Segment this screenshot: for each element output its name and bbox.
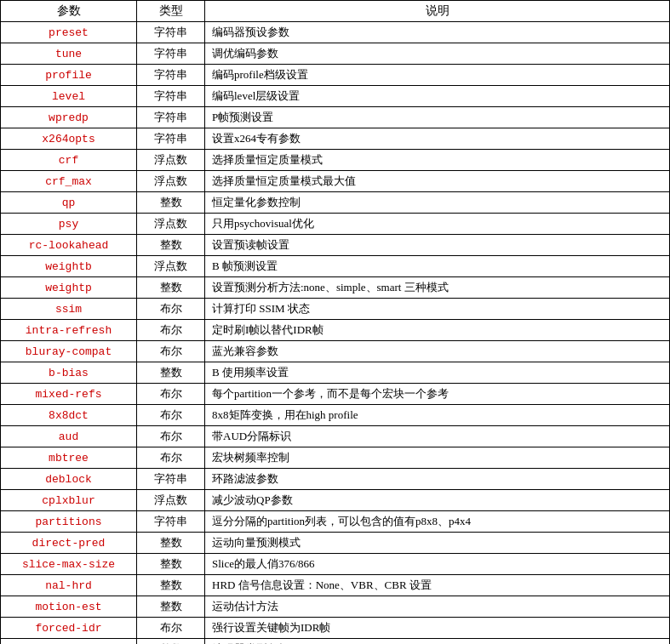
cell-type: 字符串 bbox=[137, 128, 205, 150]
table-row: motion-est整数运动估计方法 bbox=[1, 596, 670, 618]
cell-param: intra-refresh bbox=[1, 320, 137, 341]
table-row: deblock字符串环路滤波参数 bbox=[1, 469, 670, 490]
cell-type: 布尔 bbox=[137, 447, 205, 469]
cell-param: ssim bbox=[1, 299, 137, 320]
table-row: bluray-compat布尔蓝光兼容参数 bbox=[1, 341, 670, 362]
cell-type: 整数 bbox=[137, 192, 205, 214]
cell-param: forced-idr bbox=[1, 618, 137, 639]
cell-type: 字符串 bbox=[137, 469, 205, 490]
cell-desc: 设置预测分析方法:none、simple、smart 三种模式 bbox=[205, 277, 670, 299]
table-row: partitions字符串逗分分隔的partition列表，可以包含的值有p8x… bbox=[1, 511, 670, 533]
cell-desc: 选择质量恒定质量模式 bbox=[205, 150, 670, 171]
table-row: wpredp字符串P帧预测设置 bbox=[1, 107, 670, 128]
cell-param: slice-max-size bbox=[1, 554, 137, 575]
cell-desc: B 使用频率设置 bbox=[205, 362, 670, 384]
table-row: qp整数恒定量化参数控制 bbox=[1, 192, 670, 214]
cell-param: weightb bbox=[1, 256, 137, 277]
cell-type: 整数 bbox=[137, 277, 205, 299]
cell-param: aud bbox=[1, 426, 137, 447]
cell-desc: 编码level层级设置 bbox=[205, 86, 670, 107]
cell-param: coder bbox=[1, 639, 137, 645]
main-container: 参数 类型 说明 preset字符串编码器预设参数tune字符串调优编码参数pr… bbox=[0, 0, 670, 644]
cell-desc: 设置x264专有参数 bbox=[205, 128, 670, 150]
table-row: crf浮点数选择质量恒定质量模式 bbox=[1, 150, 670, 171]
cell-desc: 编码器预设参数 bbox=[205, 22, 670, 43]
table-row: x264opts字符串设置x264专有参数 bbox=[1, 128, 670, 150]
cell-param: x264opts bbox=[1, 128, 137, 150]
cell-desc: 只用psychovisual优化 bbox=[205, 214, 670, 235]
cell-type: 浮点数 bbox=[137, 256, 205, 277]
cell-type: 整数 bbox=[137, 533, 205, 554]
cell-type: 浮点数 bbox=[137, 490, 205, 511]
cell-param: crf_max bbox=[1, 171, 137, 192]
cell-type: 布尔 bbox=[137, 299, 205, 320]
table-body: preset字符串编码器预设参数tune字符串调优编码参数profile字符串编… bbox=[1, 22, 670, 645]
cell-param: mixed-refs bbox=[1, 384, 137, 405]
cell-desc: 调优编码参数 bbox=[205, 43, 670, 65]
cell-desc: 计算打印 SSIM 状态 bbox=[205, 299, 670, 320]
cell-desc: HRD 信号信息设置：None、VBR、CBR 设置 bbox=[205, 575, 670, 596]
cell-type: 整数 bbox=[137, 575, 205, 596]
cell-desc: 运动估计方法 bbox=[205, 596, 670, 618]
cell-param: rc-lookahead bbox=[1, 235, 137, 256]
cell-desc: Slice的最人俏376/866 bbox=[205, 554, 670, 575]
table-row: tune字符串调优编码参数 bbox=[1, 43, 670, 65]
table-row: preset字符串编码器预设参数 bbox=[1, 22, 670, 43]
cell-type: 字符串 bbox=[137, 107, 205, 128]
cell-desc: 恒定量化参数控制 bbox=[205, 192, 670, 214]
cell-desc: 宏块树频率控制 bbox=[205, 447, 670, 469]
cell-param: nal-hrd bbox=[1, 575, 137, 596]
cell-desc: 减少波动QP参数 bbox=[205, 490, 670, 511]
cell-param: wpredp bbox=[1, 107, 137, 128]
cell-desc: 运动向量预测模式 bbox=[205, 533, 670, 554]
cell-type: 整数 bbox=[137, 639, 205, 645]
cell-desc: 蓝光兼容参数 bbox=[205, 341, 670, 362]
table-row: coder整数编码器类型包括 default、cavlc、cabac、vlc、a… bbox=[1, 639, 670, 645]
params-table: 参数 类型 说明 preset字符串编码器预设参数tune字符串调优编码参数pr… bbox=[0, 0, 670, 644]
cell-desc: 强行设置关键帧为IDR帧 bbox=[205, 618, 670, 639]
cell-desc: 每个partition一个参考，而不是每个宏块一个参考 bbox=[205, 384, 670, 405]
cell-param: 8x8dct bbox=[1, 405, 137, 426]
header-param: 参数 bbox=[1, 1, 137, 22]
cell-desc: 逗分分隔的partition列表，可以包含的值有p8x8、p4x4 bbox=[205, 511, 670, 533]
cell-desc: 选择质量恒定质量模式最大值 bbox=[205, 171, 670, 192]
table-row: mixed-refs布尔每个partition一个参考，而不是每个宏块一个参考 bbox=[1, 384, 670, 405]
cell-type: 布尔 bbox=[137, 341, 205, 362]
table-row: 8x8dct布尔8x8矩阵变换，用在high profile bbox=[1, 405, 670, 426]
cell-type: 布尔 bbox=[137, 426, 205, 447]
cell-type: 浮点数 bbox=[137, 171, 205, 192]
table-row: nal-hrd整数HRD 信号信息设置：None、VBR、CBR 设置 bbox=[1, 575, 670, 596]
cell-param: preset bbox=[1, 22, 137, 43]
cell-type: 布尔 bbox=[137, 618, 205, 639]
cell-param: profile bbox=[1, 65, 137, 86]
cell-param: crf bbox=[1, 150, 137, 171]
table-row: weightp整数设置预测分析方法:none、simple、smart 三种模式 bbox=[1, 277, 670, 299]
cell-type: 整数 bbox=[137, 554, 205, 575]
cell-desc: 设置预读帧设置 bbox=[205, 235, 670, 256]
cell-type: 布尔 bbox=[137, 384, 205, 405]
cell-param: qp bbox=[1, 192, 137, 214]
table-row: psy浮点数只用psychovisual优化 bbox=[1, 214, 670, 235]
cell-param: level bbox=[1, 86, 137, 107]
table-row: weightb浮点数B 帧预测设置 bbox=[1, 256, 670, 277]
table-row: intra-refresh布尔定时刷I帧以替代IDR帧 bbox=[1, 320, 670, 341]
cell-desc: P帧预测设置 bbox=[205, 107, 670, 128]
cell-desc: 编码profile档级设置 bbox=[205, 65, 670, 86]
cell-param: b-bias bbox=[1, 362, 137, 384]
header-type: 类型 bbox=[137, 1, 205, 22]
table-row: slice-max-size整数Slice的最人俏376/866 bbox=[1, 554, 670, 575]
cell-type: 浮点数 bbox=[137, 214, 205, 235]
table-row: aud布尔带AUD分隔标识 bbox=[1, 426, 670, 447]
cell-param: bluray-compat bbox=[1, 341, 137, 362]
cell-type: 整数 bbox=[137, 235, 205, 256]
table-header-row: 参数 类型 说明 bbox=[1, 1, 670, 22]
cell-type: 布尔 bbox=[137, 320, 205, 341]
cell-param: weightp bbox=[1, 277, 137, 299]
table-row: cplxblur浮点数减少波动QP参数 bbox=[1, 490, 670, 511]
cell-param: tune bbox=[1, 43, 137, 65]
cell-type: 布尔 bbox=[137, 405, 205, 426]
table-row: ssim布尔计算打印 SSIM 状态 bbox=[1, 299, 670, 320]
cell-desc: 定时刷I帧以替代IDR帧 bbox=[205, 320, 670, 341]
cell-type: 整数 bbox=[137, 362, 205, 384]
cell-desc: 编码器类型包括 default、cavlc、cabac、vlc、ac bbox=[205, 639, 670, 645]
